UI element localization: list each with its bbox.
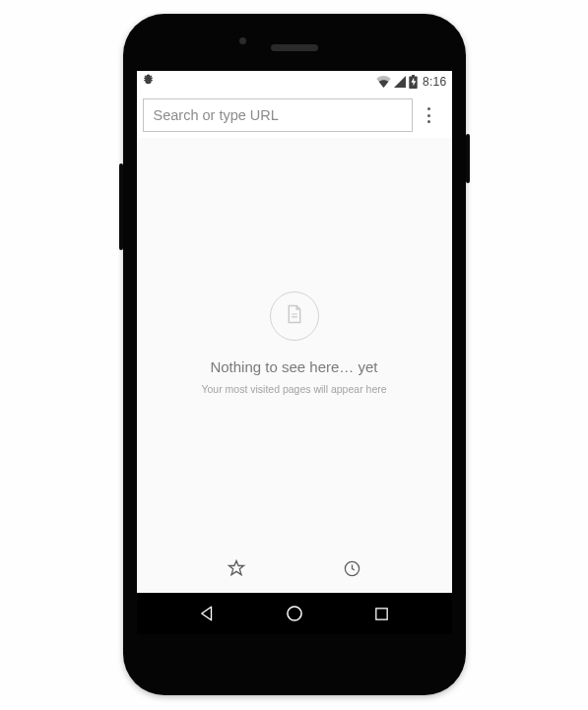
back-triangle-icon	[198, 605, 216, 622]
status-clock: 8:16	[423, 75, 447, 89]
new-tab-content: Nothing to see here… yet Your most visit…	[137, 138, 452, 548]
bookmarks-button[interactable]	[227, 558, 246, 582]
more-vertical-icon	[427, 106, 430, 125]
status-bar: 8:16	[137, 71, 452, 93]
svg-rect-2	[375, 608, 386, 618]
svg-point-1	[288, 607, 301, 620]
recent-tabs-button[interactable]	[343, 559, 361, 582]
power-button	[466, 134, 470, 183]
empty-state-subtitle: Your most visited pages will appear here	[201, 383, 386, 395]
url-bar[interactable]: Search or type URL	[143, 98, 413, 132]
phone-frame: 8:16 Search or type URL	[123, 14, 466, 695]
overview-square-icon	[373, 606, 390, 622]
nav-overview-button[interactable]	[373, 606, 390, 622]
volume-button	[119, 163, 123, 250]
home-circle-icon	[285, 604, 304, 623]
nav-home-button[interactable]	[285, 604, 304, 623]
wifi-icon	[376, 76, 391, 88]
empty-state-icon-circle	[270, 291, 319, 341]
toolbar: Search or type URL	[137, 93, 452, 138]
star-icon	[227, 558, 246, 578]
history-icon	[343, 559, 361, 578]
battery-charging-icon	[409, 75, 418, 89]
screen: 8:16 Search or type URL	[137, 71, 452, 634]
url-bar-placeholder: Search or type URL	[154, 107, 279, 123]
speaker-grill	[271, 44, 318, 51]
document-icon	[286, 304, 303, 328]
ntp-bottom-bar	[137, 548, 452, 593]
empty-state-title: Nothing to see here… yet	[210, 358, 377, 375]
nav-back-button[interactable]	[198, 605, 216, 622]
front-camera	[239, 37, 246, 44]
android-navigation-bar	[137, 593, 452, 634]
cell-signal-icon	[394, 76, 406, 88]
overflow-menu-button[interactable]	[413, 98, 446, 132]
debug-icon	[142, 73, 155, 87]
